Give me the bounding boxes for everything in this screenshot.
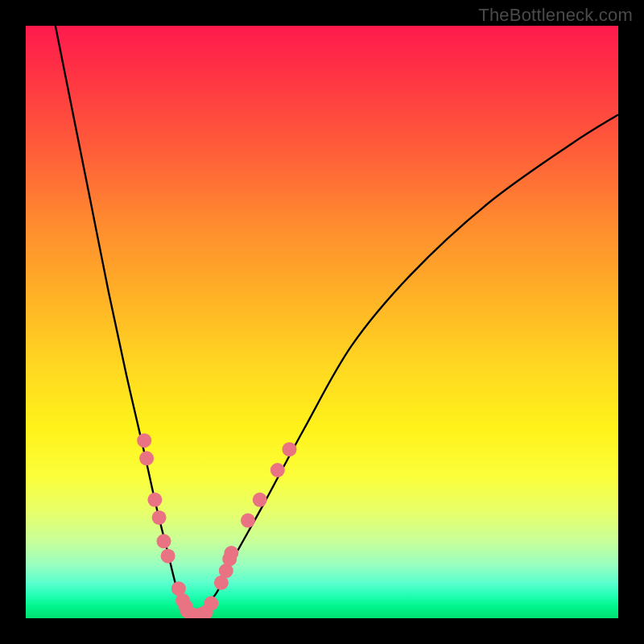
data-marker: [157, 534, 171, 548]
data-marker: [224, 546, 238, 560]
watermark-label: TheBottleneck.com: [478, 5, 633, 26]
data-marker: [161, 549, 175, 564]
plot-area: [26, 26, 618, 618]
data-marker: [241, 514, 255, 528]
data-marker: [204, 597, 218, 611]
bottleneck-curve: [56, 26, 618, 618]
data-marker: [147, 493, 162, 507]
data-marker: [137, 433, 151, 448]
data-marker: [283, 442, 297, 456]
data-marker: [152, 510, 167, 525]
chart-frame: TheBottleneck.com: [0, 0, 644, 644]
data-marker: [139, 451, 154, 465]
curve-layer: [26, 26, 618, 618]
data-marker: [270, 463, 285, 477]
data-marker: [253, 493, 267, 507]
